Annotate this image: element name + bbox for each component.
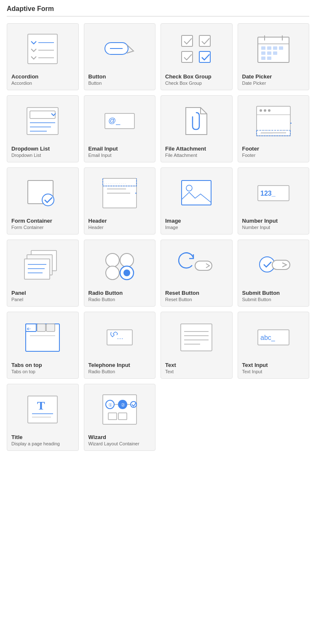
card-radio-button[interactable]: Radio ButtonRadio Button [84, 240, 156, 307]
image-subtitle: Image [165, 225, 178, 230]
svg-rect-72 [181, 324, 212, 351]
file-attachment-title: File Attachment [165, 146, 206, 152]
accordion-title: Accordion [11, 73, 38, 80]
number-input-subtitle: Number Input [242, 225, 270, 230]
svg-point-60 [123, 269, 130, 276]
reset-button-subtitle: Reset Button [165, 297, 192, 302]
tabs-on-top-icon: ▷ [11, 316, 74, 358]
panel-subtitle: Panel [11, 297, 23, 302]
svg-point-56 [106, 253, 119, 267]
panel-icon [11, 244, 74, 286]
svg-text:②: ② [121, 402, 125, 407]
text-input-title: Text Input [242, 362, 268, 368]
accordion-subtitle: Accordion [11, 81, 32, 86]
submit-button-title: Submit Button [242, 290, 280, 296]
component-grid: AccordionAccordion ButtonButton Check Bo… [7, 23, 309, 451]
wizard-icon: ① ② [88, 388, 151, 431]
footer-title: Footer [242, 146, 259, 152]
panel-title: Panel [11, 290, 26, 296]
button-subtitle: Button [88, 81, 102, 86]
reset-button-icon [165, 244, 228, 286]
svg-text:abc_: abc_ [260, 334, 276, 342]
submit-button-subtitle: Submit Button [242, 297, 271, 302]
card-title[interactable]: T TitleDisplay a page heading [7, 384, 79, 451]
divider [7, 16, 309, 16]
card-form-container[interactable]: Form ContainerForm Container [7, 167, 79, 234]
title-title: Title [11, 434, 23, 440]
card-accordion[interactable]: AccordionAccordion [7, 23, 79, 90]
email-input-title: Email Input [88, 146, 118, 152]
dropdown-list-subtitle: Dropdown List [11, 153, 41, 158]
svg-point-40 [42, 194, 54, 206]
wizard-title: Wizard [88, 434, 107, 440]
radio-button-title: Radio Button [88, 290, 123, 296]
button-title: Button [88, 73, 106, 80]
card-file-attachment[interactable]: File AttachmentFile Attachment [161, 95, 233, 162]
card-panel[interactable]: PanelPanel [7, 240, 79, 307]
card-telephone-input[interactable]: … Telephone InputRadio Button [84, 312, 156, 379]
card-footer[interactable]: ··············· FooterFooter [238, 95, 310, 162]
date-picker-title: Date Picker [242, 73, 272, 80]
svg-rect-91 [108, 413, 117, 420]
svg-text:@_: @_ [108, 116, 121, 125]
card-checkbox-group[interactable]: Check Box GroupCheck Box Group [161, 23, 233, 90]
svg-rect-46 [182, 181, 211, 205]
card-button[interactable]: ButtonButton [84, 23, 156, 90]
card-submit-button[interactable]: Submit ButtonSubmit Button [238, 240, 310, 307]
card-tabs-on-top[interactable]: ▷ Tabs on topTabs on top [7, 312, 79, 379]
svg-text:T: T [37, 399, 45, 412]
svg-text:· · · · · · · · · · · ·: · · · · · · · · · · · · [104, 182, 126, 186]
svg-rect-92 [118, 413, 127, 420]
svg-rect-7 [199, 35, 210, 46]
svg-text:123_: 123_ [260, 190, 276, 197]
svg-rect-17 [279, 46, 283, 50]
svg-rect-20 [273, 51, 277, 55]
radio-button-subtitle: Radio Button [88, 297, 115, 302]
accordion-icon [11, 28, 74, 70]
svg-point-32 [264, 109, 266, 112]
card-date-picker[interactable]: Date PickerDate Picker [238, 23, 310, 90]
svg-rect-65 [26, 324, 36, 331]
card-text-input[interactable]: abc_ Text InputText Input [238, 312, 310, 379]
svg-rect-19 [267, 51, 271, 55]
card-wizard[interactable]: ① ② WizardWizard Layout Container [84, 384, 156, 451]
telephone-input-subtitle: Radio Button [88, 369, 115, 374]
svg-rect-66 [37, 324, 46, 331]
image-title: Image [165, 218, 181, 224]
card-dropdown-list[interactable]: Dropdown ListDropdown List [7, 95, 79, 162]
tabs-on-top-subtitle: Tabs on top [11, 369, 35, 374]
checkbox-group-icon [165, 28, 228, 70]
reset-button-title: Reset Button [165, 290, 199, 296]
footer-icon: ··············· [242, 100, 305, 142]
svg-rect-9 [199, 51, 210, 62]
svg-rect-52 [24, 259, 50, 279]
telephone-input-title: Telephone Input [88, 362, 130, 368]
file-attachment-subtitle: File Attachment [165, 153, 197, 158]
card-header[interactable]: · · · · · · · · · · · · HeaderHeader [84, 167, 156, 234]
page-title: Adaptive Form [7, 5, 309, 13]
header-subtitle: Header [88, 225, 104, 230]
button-icon [88, 28, 151, 70]
svg-point-31 [260, 109, 262, 112]
svg-text:▷: ▷ [28, 326, 31, 331]
form-container-subtitle: Form Container [11, 225, 43, 230]
svg-text:①: ① [108, 402, 112, 407]
svg-rect-18 [261, 51, 265, 55]
card-reset-button[interactable]: Reset ButtonReset Button [161, 240, 233, 307]
card-image[interactable]: ImageImage [161, 167, 233, 234]
svg-rect-22 [267, 57, 271, 60]
svg-rect-0 [28, 34, 57, 64]
card-text[interactable]: TextText [161, 312, 233, 379]
svg-rect-15 [267, 46, 271, 50]
date-picker-icon [242, 28, 305, 70]
dropdown-list-icon [11, 100, 74, 142]
title-icon: T [11, 388, 74, 431]
svg-text:···············: ··············· [259, 132, 273, 136]
svg-rect-21 [261, 57, 265, 60]
card-number-input[interactable]: 123_ Number InputNumber Input [238, 167, 310, 234]
header-title: Header [88, 218, 107, 224]
text-input-subtitle: Text Input [242, 369, 262, 374]
header-icon: · · · · · · · · · · · · [88, 172, 151, 214]
card-email-input[interactable]: @_ Email InputEmail Input [84, 95, 156, 162]
form-container-title: Form Container [11, 218, 52, 224]
